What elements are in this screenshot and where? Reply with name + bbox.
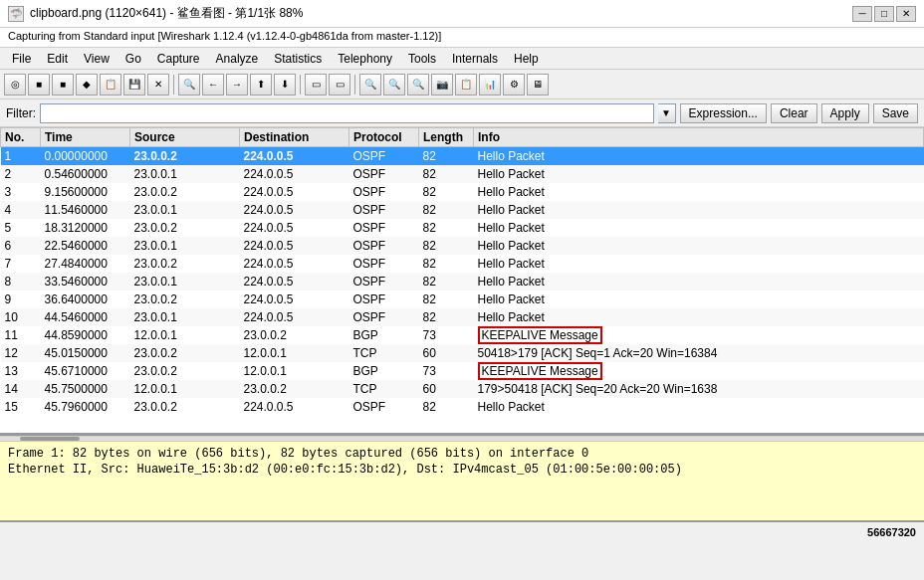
table-row[interactable]: 1044.546000023.0.0.1224.0.0.5OSPF82Hello… [1,308,924,326]
cell-info: Hello Packet [474,308,924,326]
table-row[interactable]: 518.312000023.0.0.2224.0.0.5OSPF82Hello … [1,219,924,237]
table-row[interactable]: 833.546000023.0.0.1224.0.0.5OSPF82Hello … [1,273,924,290]
table-row[interactable]: 1245.015000023.0.0.212.0.0.1TCP6050418>1… [1,344,924,362]
cell-source: 23.0.0.2 [130,147,240,165]
colorize-button[interactable]: ▭ [329,74,350,96]
filter-bar: Filter: ▼ Expression... Clear Apply Save [0,99,924,127]
table-row[interactable]: 1345.671000023.0.0.212.0.0.1BGP73KEEPALI… [1,362,924,380]
minimize-button[interactable]: ─ [852,6,872,22]
cell-length: 82 [419,255,474,273]
detail-pane: Frame 1: 82 bytes on wire (656 bits), 82… [0,442,924,521]
menu-item-edit[interactable]: Edit [39,50,76,68]
apply-button[interactable]: Apply [821,103,869,123]
packet-table: No. Time Source Destination Protocol Len… [0,127,924,416]
cell-info: Hello Packet [474,290,924,308]
start-capture-button[interactable]: ◎ [4,74,26,96]
info-bar: Capturing from Standard input [Wireshark… [0,28,924,48]
go-to-last-button[interactable]: ⬇ [274,74,296,96]
table-row[interactable]: 39.1560000023.0.0.2224.0.0.5OSPF82Hello … [1,183,924,201]
menu-item-file[interactable]: File [4,50,39,68]
capture-filter-button[interactable]: 📊 [479,74,501,96]
save-file-button[interactable]: 💾 [123,74,145,96]
cell-length: 82 [419,201,474,219]
close-button[interactable]: ✕ [896,6,916,22]
menu-item-help[interactable]: Help [506,50,547,68]
menu-item-statistics[interactable]: Statistics [266,50,330,68]
cell-source: 23.0.0.2 [130,255,240,273]
col-header-info: Info [474,128,924,147]
go-to-first-button[interactable]: ⬆ [250,74,272,96]
save-button[interactable]: Save [873,103,918,123]
maximize-button[interactable]: □ [874,6,894,22]
detail-line-1: Frame 1: 82 bytes on wire (656 bits), 82… [8,446,916,462]
table-row[interactable]: 727.484000023.0.0.2224.0.0.5OSPF82Hello … [1,255,924,273]
table-row[interactable]: 20.5460000023.0.0.1224.0.0.5OSPF82Hello … [1,165,924,183]
menu-item-telephony[interactable]: Telephony [330,50,400,68]
cell-length: 82 [419,165,474,183]
filter-input[interactable] [40,103,654,123]
zoom-out-button[interactable]: 🔍 [383,74,405,96]
cell-protocol: OSPF [349,165,419,183]
cell-source: 23.0.0.1 [130,201,240,219]
internals-button[interactable]: 🖥 [527,74,549,96]
table-row[interactable]: 936.640000023.0.0.2224.0.0.5OSPF82Hello … [1,290,924,308]
table-row[interactable]: 1445.750000012.0.0.123.0.0.2TCP60179>504… [1,380,924,398]
go-forward-button[interactable]: → [226,74,248,96]
restart-capture-button[interactable]: ■ [52,74,74,96]
cell-destination: 224.0.0.5 [240,201,349,219]
cell-info: Hello Packet [474,219,924,237]
col-header-length: Length [419,128,474,147]
menu-item-capture[interactable]: Capture [149,50,208,68]
cell-info: KEEPALIVE Message [474,362,924,380]
toolbar-separator [173,75,174,95]
cell-time: 27.4840000 [41,255,130,273]
cell-time: 22.5460000 [41,237,130,255]
cell-source: 12.0.0.1 [130,380,240,398]
cell-info: Hello Packet [474,201,924,219]
capture-options-button[interactable]: 📋 [455,74,477,96]
cell-source: 23.0.0.2 [130,183,240,201]
cell-destination: 12.0.0.1 [240,362,349,380]
filter-label: Filter: [6,106,36,120]
expression-button[interactable]: Expression... [680,103,767,123]
cell-destination: 224.0.0.5 [240,219,349,237]
open-recent-button[interactable]: 📋 [100,74,121,96]
clear-button[interactable]: Clear [771,103,817,123]
table-row[interactable]: 1144.859000012.0.0.123.0.0.2BGP73KEEPALI… [1,326,924,344]
menu-item-view[interactable]: View [76,50,117,68]
open-file-button[interactable]: ◆ [76,74,98,96]
cell-destination: 224.0.0.5 [240,237,349,255]
status-right: 56667320 [867,526,916,538]
menu-item-internals[interactable]: Internals [444,50,506,68]
scrollbar-thumb[interactable] [20,437,80,441]
cell-destination: 224.0.0.5 [240,308,349,326]
close-file-button[interactable]: ✕ [147,74,169,96]
cell-destination: 224.0.0.5 [240,255,349,273]
cell-info: 179>50418 [ACK] Seq=20 Ack=20 Win=1638 [474,380,924,398]
auto-scroll-button[interactable]: ▭ [305,74,327,96]
capture-preferences-button[interactable]: ⚙ [503,74,525,96]
cell-destination: 224.0.0.5 [240,183,349,201]
table-row[interactable]: 1545.796000023.0.0.2224.0.0.5OSPF82Hello… [1,398,924,416]
cell-source: 23.0.0.1 [130,273,240,290]
cell-length: 82 [419,237,474,255]
normal-size-button[interactable]: 🔍 [407,74,429,96]
cell-no: 8 [1,273,41,290]
menu-item-go[interactable]: Go [117,50,149,68]
toolbar-separator [354,75,355,95]
table-row[interactable]: 411.546000023.0.0.1224.0.0.5OSPF82Hello … [1,201,924,219]
find-packet-button[interactable]: 🔍 [178,74,200,96]
zoom-in-button[interactable]: 🔍 [359,74,381,96]
stop-capture-button[interactable]: ■ [28,74,50,96]
cell-no: 3 [1,183,41,201]
cell-time: 45.7960000 [41,398,130,416]
menu-item-analyze[interactable]: Analyze [208,50,267,68]
capture-interfaces-button[interactable]: 📷 [431,74,453,96]
cell-no: 7 [1,255,41,273]
cell-source: 23.0.0.2 [130,398,240,416]
table-row[interactable]: 622.546000023.0.0.1224.0.0.5OSPF82Hello … [1,237,924,255]
go-back-button[interactable]: ← [202,74,224,96]
filter-dropdown[interactable]: ▼ [658,103,676,123]
menu-item-tools[interactable]: Tools [400,50,444,68]
table-row[interactable]: 10.0000000023.0.0.2224.0.0.5OSPF82Hello … [1,147,924,165]
